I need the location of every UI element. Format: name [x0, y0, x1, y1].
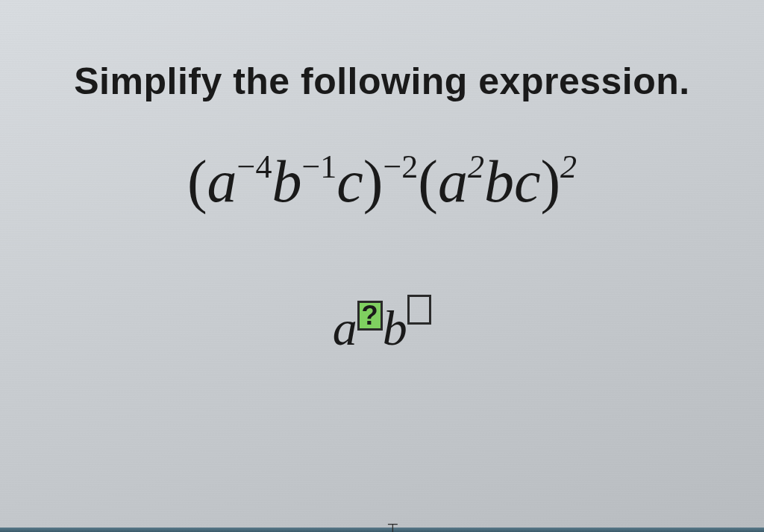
answer-var-a: a	[333, 301, 357, 355]
prompt-text: Simplify the following expression.	[74, 60, 689, 103]
close-paren-1: )	[363, 148, 383, 214]
answer-var-b: b	[383, 301, 407, 355]
answer-template: a?b	[333, 298, 432, 357]
exp-a-2: 2	[468, 148, 484, 185]
var-c-1: c	[336, 148, 363, 214]
answer-box-b[interactable]	[407, 295, 432, 325]
var-b-1: b	[272, 148, 301, 214]
outer-exp-1: −2	[383, 148, 418, 185]
var-c-2: c	[514, 148, 541, 214]
math-expression: (a−4b−1c)−2(a2bc)2	[187, 148, 577, 216]
open-paren-1: (	[187, 148, 207, 214]
exp-b-1: −1	[301, 148, 336, 185]
bottom-border	[0, 528, 764, 532]
exp-a-1: −4	[237, 148, 272, 185]
crop-mark-icon: ┬	[388, 516, 398, 532]
outer-exp-2: 2	[560, 148, 577, 185]
open-paren-2: (	[418, 148, 438, 214]
var-a-1: a	[207, 148, 237, 214]
answer-box-a[interactable]: ?	[357, 301, 383, 331]
close-paren-2: )	[540, 148, 560, 214]
var-a-2: a	[438, 148, 468, 214]
var-b-2: b	[484, 148, 514, 214]
